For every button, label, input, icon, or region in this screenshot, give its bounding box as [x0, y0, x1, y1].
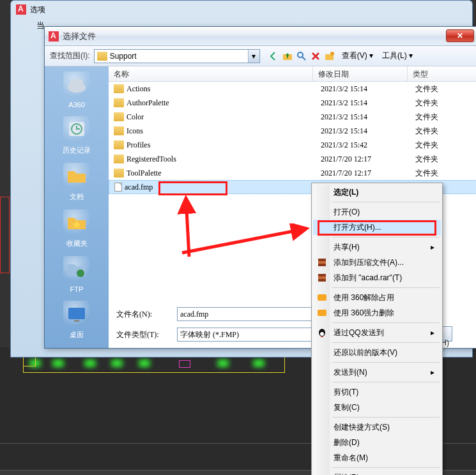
svg-rect-20: [318, 310, 326, 316]
list-header: 名称 修改日期 类型: [109, 66, 476, 82]
place-item-ftp[interactable]: FTP: [47, 256, 106, 293]
chevron-right-icon: ▸: [431, 368, 434, 377]
column-date[interactable]: 修改日期: [313, 66, 408, 81]
place-item-cloud[interactable]: A360: [47, 72, 106, 109]
file-name: Profiles: [127, 140, 321, 150]
svg-point-1: [298, 52, 303, 57]
back-icon[interactable]: [268, 50, 279, 62]
svg-rect-15: [318, 264, 326, 266]
menu-item-label: 复制(C): [334, 402, 360, 413]
menu-item-label: 选定(L): [334, 187, 358, 198]
place-item-history[interactable]: 历史记录: [47, 116, 106, 155]
file-name: Color: [127, 112, 321, 122]
menu-item[interactable]: 添加到 "acad.rar"(T): [313, 270, 441, 285]
view-menu[interactable]: 查看(V) ▾: [339, 50, 376, 61]
place-label: FTP: [70, 285, 84, 293]
ftp-icon: [63, 256, 90, 283]
menu-item[interactable]: 使用 360解除占用: [313, 290, 441, 305]
menu-item-label: 共享(H): [334, 242, 360, 253]
filetype-dropdown[interactable]: 字体映射 (*.FMP): [177, 328, 330, 342]
menu-item[interactable]: 通过QQ发送到▸: [313, 325, 441, 340]
folder-row[interactable]: Profiles2021/3/2 15:42文件夹: [109, 138, 476, 152]
folder-icon: [114, 84, 124, 93]
place-label: 桌面: [70, 330, 84, 340]
filename-input[interactable]: acad.fmp: [177, 307, 330, 321]
menu-item-label: 使用 360强力删除: [334, 308, 394, 319]
menu-item[interactable]: 打开方式(H)...: [313, 220, 441, 235]
options-title: 选项: [30, 4, 45, 15]
menu-item[interactable]: 剪切(T): [313, 384, 441, 400]
file-date: 2021/3/2 15:42: [321, 140, 415, 150]
autocad-icon: [16, 4, 26, 15]
folder-icon: [97, 52, 107, 61]
360-icon: [317, 308, 327, 318]
file-date: 2021/3/2 15:14: [321, 112, 415, 122]
context-menu: 选定(L)打开(O)打开方式(H)...共享(H)▸添加到压缩文件(A)...添…: [311, 183, 443, 475]
menu-item[interactable]: 创建快捷方式(S): [313, 419, 441, 435]
svg-point-4: [330, 52, 334, 56]
place-item-favorites[interactable]: 收藏夹: [47, 209, 106, 248]
folder-row[interactable]: Icons2021/3/2 15:14文件夹: [109, 124, 476, 138]
file-date: 2021/3/2 15:14: [321, 84, 415, 94]
menu-item[interactable]: 复制(C): [313, 400, 441, 415]
dialog-titlebar[interactable]: 选择文件 ✕: [45, 27, 476, 46]
menu-separator: [332, 467, 440, 468]
place-item-desktop[interactable]: 桌面: [47, 301, 106, 340]
file-date: 2021/3/2 15:14: [321, 126, 415, 136]
menu-item[interactable]: 还原以前的版本(V): [313, 345, 441, 360]
options-titlebar: 选项: [11, 1, 472, 19]
folder-icon: [114, 169, 124, 177]
autocad-icon: [49, 31, 59, 41]
folder-row[interactable]: RegisteredTools2021/7/20 12:17文件夹: [109, 152, 476, 166]
folder-row[interactable]: AuthorPalette2021/3/2 15:14文件夹: [109, 96, 476, 110]
svg-rect-18: [318, 279, 326, 282]
svg-point-10: [77, 269, 84, 277]
column-name[interactable]: 名称: [109, 66, 313, 81]
rar-icon: [317, 257, 327, 268]
menu-item[interactable]: 使用 360强力删除: [313, 305, 441, 320]
menu-item[interactable]: 共享(H)▸: [313, 239, 441, 255]
file-name: AuthorPalette: [127, 98, 321, 108]
file-type: 文件夹: [415, 84, 476, 94]
menu-separator: [332, 362, 440, 363]
look-in-label: 查找范围(I):: [50, 50, 90, 61]
look-in-dropdown[interactable]: Support ▾: [94, 49, 260, 63]
folder-row[interactable]: Color2021/3/2 15:14文件夹: [109, 110, 476, 124]
menu-item[interactable]: 重命名(M): [313, 450, 441, 465]
menu-separator: [332, 382, 440, 382]
file-date: 2021/7/20 12:17: [321, 169, 415, 178]
column-type[interactable]: 类型: [408, 66, 476, 81]
menu-item[interactable]: 删除(D): [313, 435, 441, 450]
menu-item[interactable]: 发送到(N)▸: [313, 365, 441, 380]
tools-menu[interactable]: 工具(L) ▾: [380, 50, 415, 61]
folder-row[interactable]: ToolPalette2021/7/20 12:17文件夹: [109, 166, 476, 180]
svg-rect-12: [74, 320, 79, 322]
new-folder-icon[interactable]: [324, 50, 335, 62]
file-type: 文件夹: [415, 140, 476, 151]
menu-item[interactable]: 属性(R): [313, 470, 441, 475]
chevron-right-icon: ▸: [431, 243, 434, 252]
search-icon[interactable]: [296, 50, 307, 62]
folder-row[interactable]: Actions2021/3/2 15:14文件夹: [109, 82, 476, 96]
menu-item-label: 删除(D): [334, 437, 360, 448]
chevron-right-icon: ▸: [431, 328, 434, 337]
menu-item-label: 添加到 "acad.rar"(T): [334, 273, 402, 283]
file-type: 文件夹: [415, 126, 476, 137]
menu-item-label: 属性(R): [334, 472, 360, 476]
menu-item[interactable]: 打开(O): [313, 204, 441, 220]
menu-item-label: 发送到(N): [334, 367, 367, 378]
up-folder-icon[interactable]: [282, 50, 293, 62]
menu-item[interactable]: 选定(L): [313, 185, 441, 200]
place-item-folder[interactable]: 文档: [47, 163, 106, 202]
folder-icon: [114, 140, 124, 149]
menu-item-label: 剪切(T): [334, 387, 358, 398]
svg-point-22: [320, 332, 324, 336]
delete-icon[interactable]: [310, 50, 321, 62]
file-name: ToolPalette: [127, 169, 321, 178]
menu-item[interactable]: 添加到压缩文件(A)...: [313, 255, 441, 270]
menu-item-label: 通过QQ发送到: [334, 328, 384, 338]
file-date: 2021/7/20 12:17: [321, 155, 415, 164]
cad-red-edge: [0, 197, 10, 273]
desktop-icon: [63, 301, 90, 328]
close-button[interactable]: ✕: [446, 29, 474, 42]
